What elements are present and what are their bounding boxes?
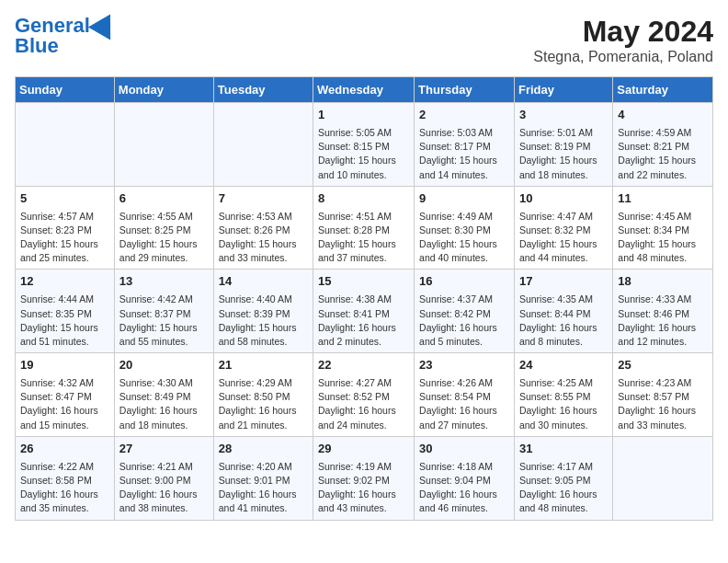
calendar-cell: 18Sunrise: 4:33 AMSunset: 8:46 PMDayligh… [613,270,713,353]
day-number: 26 [20,441,109,458]
calendar-cell: 31Sunrise: 4:17 AMSunset: 9:05 PMDayligh… [514,436,612,520]
day-info: Sunrise: 4:59 AMSunset: 8:21 PMDaylight:… [618,126,708,182]
calendar-cell: 20Sunrise: 4:30 AMSunset: 8:49 PMDayligh… [114,353,213,437]
col-thursday: Thursday [415,77,515,103]
day-number: 10 [519,190,608,208]
day-number: 3 [519,107,608,124]
calendar-cell: 13Sunrise: 4:42 AMSunset: 8:37 PMDayligh… [114,270,213,353]
calendar-cell: 16Sunrise: 4:37 AMSunset: 8:42 PMDayligh… [415,270,515,353]
day-info: Sunrise: 4:55 AMSunset: 8:25 PMDaylight:… [119,210,209,266]
day-info: Sunrise: 4:26 AMSunset: 8:54 PMDaylight:… [419,376,509,432]
calendar-week-row: 26Sunrise: 4:22 AMSunset: 8:58 PMDayligh… [16,436,713,520]
day-number: 5 [20,190,109,208]
calendar-week-row: 19Sunrise: 4:32 AMSunset: 8:47 PMDayligh… [16,353,713,437]
calendar-cell: 9Sunrise: 4:49 AMSunset: 8:30 PMDaylight… [415,186,515,270]
day-info: Sunrise: 4:45 AMSunset: 8:34 PMDaylight:… [618,210,708,266]
calendar-cell: 25Sunrise: 4:23 AMSunset: 8:57 PMDayligh… [613,353,713,437]
page-subtitle: Stegna, Pomerania, Poland [533,49,713,65]
calendar-cell: 29Sunrise: 4:19 AMSunset: 9:02 PMDayligh… [313,436,415,520]
day-number: 1 [318,107,409,124]
col-saturday: Saturday [613,77,713,103]
day-info: Sunrise: 4:19 AMSunset: 9:02 PMDaylight:… [318,460,409,516]
calendar-cell: 8Sunrise: 4:51 AMSunset: 8:28 PMDaylight… [313,186,415,270]
day-number: 25 [618,357,708,374]
page-title: May 2024 [533,15,713,49]
day-info: Sunrise: 4:38 AMSunset: 8:41 PMDaylight:… [318,293,409,349]
day-info: Sunrise: 4:21 AMSunset: 9:00 PMDaylight:… [119,460,209,516]
calendar-cell: 14Sunrise: 4:40 AMSunset: 8:39 PMDayligh… [213,270,313,353]
day-info: Sunrise: 4:22 AMSunset: 8:58 PMDaylight:… [20,460,109,516]
day-number: 31 [519,441,608,458]
day-number: 19 [20,357,109,374]
day-number: 28 [219,441,308,458]
day-info: Sunrise: 4:37 AMSunset: 8:42 PMDaylight:… [419,293,509,349]
day-number: 17 [519,273,608,291]
day-number: 27 [119,441,209,458]
day-number: 14 [219,273,308,291]
day-number: 11 [618,190,708,208]
day-info: Sunrise: 4:30 AMSunset: 8:49 PMDaylight:… [119,376,209,432]
day-info: Sunrise: 4:49 AMSunset: 8:30 PMDaylight:… [419,210,509,266]
day-number: 29 [318,441,409,458]
day-number: 6 [119,190,209,208]
calendar-cell [16,103,115,187]
day-info: Sunrise: 4:23 AMSunset: 8:57 PMDaylight:… [618,376,708,432]
logo: General Blue [15,15,118,57]
calendar-cell: 21Sunrise: 4:29 AMSunset: 8:50 PMDayligh… [213,353,313,437]
calendar-cell: 12Sunrise: 4:44 AMSunset: 8:35 PMDayligh… [16,270,115,353]
day-number: 18 [618,273,708,291]
calendar-week-row: 5Sunrise: 4:57 AMSunset: 8:23 PMDaylight… [16,186,713,270]
day-number: 13 [119,273,209,291]
day-info: Sunrise: 4:32 AMSunset: 8:47 PMDaylight:… [20,376,109,432]
day-info: Sunrise: 4:44 AMSunset: 8:35 PMDaylight:… [20,293,109,349]
calendar-cell: 17Sunrise: 4:35 AMSunset: 8:44 PMDayligh… [514,270,612,353]
day-info: Sunrise: 4:40 AMSunset: 8:39 PMDaylight:… [219,293,308,349]
day-number: 23 [419,357,509,374]
day-info: Sunrise: 4:47 AMSunset: 8:32 PMDaylight:… [519,210,608,266]
day-info: Sunrise: 4:20 AMSunset: 9:01 PMDaylight:… [219,460,308,516]
day-info: Sunrise: 4:27 AMSunset: 8:52 PMDaylight:… [318,376,409,432]
day-number: 9 [419,190,509,208]
page-header: General Blue May 2024 Stegna, Pomerania,… [15,15,713,65]
calendar-cell [213,103,313,187]
calendar-cell: 23Sunrise: 4:26 AMSunset: 8:54 PMDayligh… [415,353,515,437]
calendar-header-row: Sunday Monday Tuesday Wednesday Thursday… [16,77,713,103]
day-number: 20 [119,357,209,374]
calendar-cell: 30Sunrise: 4:18 AMSunset: 9:04 PMDayligh… [415,436,515,520]
calendar-cell: 24Sunrise: 4:25 AMSunset: 8:55 PMDayligh… [514,353,612,437]
calendar-cell: 3Sunrise: 5:01 AMSunset: 8:19 PMDaylight… [514,103,612,187]
day-number: 12 [20,273,109,291]
day-info: Sunrise: 4:51 AMSunset: 8:28 PMDaylight:… [318,210,409,266]
day-number: 7 [219,190,308,208]
calendar-cell: 27Sunrise: 4:21 AMSunset: 9:00 PMDayligh… [114,436,213,520]
day-info: Sunrise: 5:05 AMSunset: 8:15 PMDaylight:… [318,126,409,182]
calendar-cell: 15Sunrise: 4:38 AMSunset: 8:41 PMDayligh… [313,270,415,353]
day-info: Sunrise: 4:25 AMSunset: 8:55 PMDaylight:… [519,376,608,432]
col-wednesday: Wednesday [313,77,415,103]
calendar-cell [613,436,713,520]
calendar-cell: 5Sunrise: 4:57 AMSunset: 8:23 PMDaylight… [16,186,115,270]
calendar-cell: 6Sunrise: 4:55 AMSunset: 8:25 PMDaylight… [114,186,213,270]
calendar-cell: 28Sunrise: 4:20 AMSunset: 9:01 PMDayligh… [213,436,313,520]
day-info: Sunrise: 5:03 AMSunset: 8:17 PMDaylight:… [419,126,509,182]
day-info: Sunrise: 5:01 AMSunset: 8:19 PMDaylight:… [519,126,608,182]
day-number: 4 [618,107,708,124]
calendar-cell: 1Sunrise: 5:05 AMSunset: 8:15 PMDaylight… [313,103,415,187]
calendar-cell: 11Sunrise: 4:45 AMSunset: 8:34 PMDayligh… [613,186,713,270]
day-number: 30 [419,441,509,458]
calendar-cell: 19Sunrise: 4:32 AMSunset: 8:47 PMDayligh… [16,353,115,437]
calendar-cell: 26Sunrise: 4:22 AMSunset: 8:58 PMDayligh… [16,436,115,520]
day-number: 24 [519,357,608,374]
day-info: Sunrise: 4:29 AMSunset: 8:50 PMDaylight:… [219,376,308,432]
calendar-week-row: 1Sunrise: 5:05 AMSunset: 8:15 PMDaylight… [16,103,713,187]
day-number: 22 [318,357,409,374]
day-info: Sunrise: 4:33 AMSunset: 8:46 PMDaylight:… [618,293,708,349]
day-number: 2 [419,107,509,124]
col-friday: Friday [514,77,612,103]
day-number: 16 [419,273,509,291]
col-sunday: Sunday [16,77,115,103]
calendar-week-row: 12Sunrise: 4:44 AMSunset: 8:35 PMDayligh… [16,270,713,353]
col-monday: Monday [114,77,213,103]
day-number: 15 [318,273,409,291]
logo-blue-text: Blue [15,35,118,57]
